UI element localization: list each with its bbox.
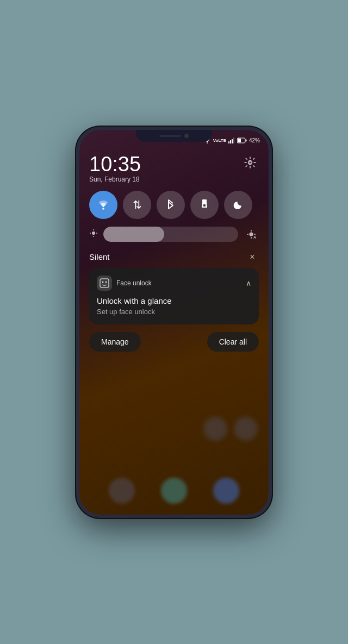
mobile-data-icon: ⇅ <box>133 198 142 211</box>
tile-wifi[interactable] <box>89 191 117 219</box>
notif-app-name: Face unlock <box>116 279 152 287</box>
volte-icon: VoLTE <box>213 138 226 143</box>
phone-frame: VoLTE 42% 10:35 Sun, Febru <box>76 127 272 518</box>
svg-rect-24 <box>100 279 109 287</box>
brightness-auto-icon[interactable]: A <box>244 227 259 242</box>
notif-title: Unlock with a glance <box>97 296 251 305</box>
tile-bluetooth[interactable] <box>157 191 185 219</box>
notif-subtitle: Set up face unlock <box>97 308 251 316</box>
moon-tile-icon <box>233 200 243 210</box>
silent-header: Silent × <box>89 251 259 264</box>
svg-rect-7 <box>238 139 241 142</box>
notif-app-icon <box>97 276 112 291</box>
screen: VoLTE 42% 10:35 Sun, Febru <box>79 130 269 515</box>
svg-rect-4 <box>233 137 234 143</box>
brightness-slider[interactable] <box>103 227 238 242</box>
notif-header-row: Face unlock ∧ <box>97 276 251 291</box>
bottom-area <box>79 406 269 515</box>
quick-tiles: ⇅ <box>89 191 259 219</box>
blurred-icon-2 <box>234 417 258 441</box>
svg-text:A: A <box>253 235 256 239</box>
volume-button[interactable] <box>271 195 272 217</box>
svg-rect-11 <box>202 199 207 202</box>
svg-point-10 <box>102 208 104 210</box>
dock-icon-chrome <box>213 478 239 504</box>
phone-notch <box>136 130 212 142</box>
notification-card: Face unlock ∧ Unlock with a glance Set u… <box>89 268 259 324</box>
wifi-tile-icon <box>97 200 109 210</box>
bluetooth-tile-icon <box>166 199 175 211</box>
manage-button[interactable]: Manage <box>89 332 141 352</box>
dock-icon-messages <box>161 478 187 504</box>
flashlight-tile-icon <box>200 199 209 211</box>
expand-button[interactable]: ∧ <box>246 279 251 287</box>
signal-icon <box>228 137 235 143</box>
svg-point-25 <box>102 281 104 283</box>
svg-rect-6 <box>245 140 246 142</box>
speaker <box>159 135 181 137</box>
svg-point-13 <box>92 232 95 235</box>
brightness-row: A <box>89 227 259 242</box>
notification-panel: 10:35 Sun, February 18 <box>79 146 269 352</box>
clock-time: 10:35 <box>89 154 141 174</box>
clock-area: 10:35 Sun, February 18 <box>89 152 259 183</box>
svg-point-18 <box>250 232 253 236</box>
clear-all-button[interactable]: Clear all <box>207 332 259 352</box>
gear-icon <box>244 157 256 168</box>
clock-info: 10:35 Sun, February 18 <box>89 154 141 183</box>
svg-rect-3 <box>232 139 233 143</box>
camera <box>184 134 189 138</box>
silent-label: Silent <box>89 252 110 261</box>
battery-icon <box>237 137 247 143</box>
svg-rect-1 <box>228 141 229 143</box>
dock-icons <box>79 478 269 504</box>
notif-app-info: Face unlock <box>97 276 152 291</box>
blurred-icon-1 <box>203 417 227 441</box>
mid-icons <box>79 417 269 441</box>
tile-mobile-data[interactable]: ⇅ <box>123 191 151 219</box>
tile-do-not-disturb[interactable] <box>224 191 252 219</box>
svg-rect-2 <box>230 140 231 143</box>
tile-flashlight[interactable] <box>190 191 219 219</box>
brightness-fill <box>103 227 164 242</box>
action-buttons: Manage Clear all <box>89 332 259 352</box>
face-unlock-icon <box>100 278 109 288</box>
svg-rect-12 <box>203 204 206 207</box>
svg-point-9 <box>249 161 251 164</box>
dock-icon-phone <box>109 478 135 504</box>
svg-point-26 <box>105 281 107 283</box>
brightness-low-icon <box>89 229 98 239</box>
close-button[interactable]: × <box>246 251 259 264</box>
svg-point-0 <box>207 142 208 143</box>
settings-button[interactable] <box>241 154 259 171</box>
battery-percentage: 42% <box>249 137 260 143</box>
clock-date: Sun, February 18 <box>89 176 141 183</box>
